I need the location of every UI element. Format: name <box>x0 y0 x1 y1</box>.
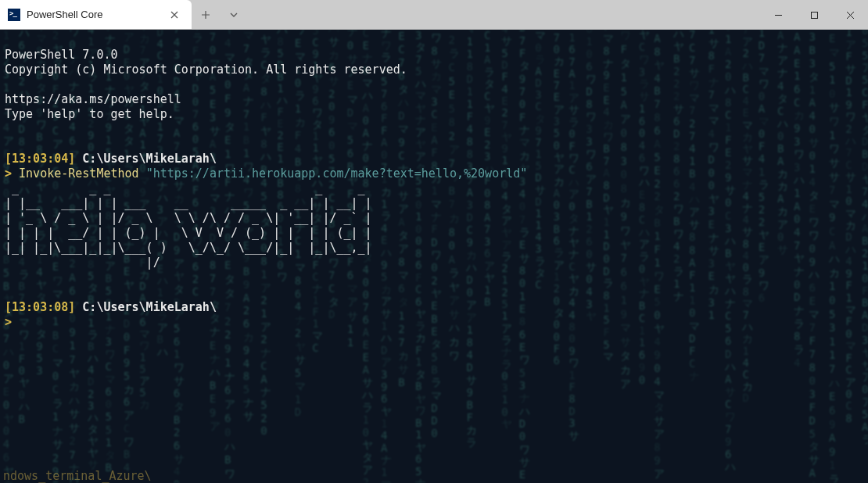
banner-copyright: Copyright (c) Microsoft Corporation. All… <box>5 63 407 77</box>
terminal-output: PowerShell 7.0.0 Copyright (c) Microsoft… <box>0 30 868 333</box>
prompt-arrow-2: > <box>5 315 12 329</box>
tab-dropdown-button[interactable] <box>220 0 248 29</box>
command-name: Invoke-RestMethod <box>19 166 146 181</box>
close-window-button[interactable] <box>832 0 868 30</box>
banner-help: Type 'help' to get help. <box>5 107 174 121</box>
powershell-icon <box>8 9 20 21</box>
close-tab-button[interactable] <box>163 4 185 26</box>
terminal-tab[interactable]: PowerShell Core <box>0 0 192 29</box>
footer-path-hint: ndows_terminal_Azure\ <box>0 469 152 483</box>
window-titlebar: PowerShell Core <box>0 0 868 30</box>
prompt-time-1: [13:03:04] <box>5 152 75 166</box>
svg-rect-0 <box>811 12 817 18</box>
tab-title: PowerShell Core <box>27 9 157 20</box>
titlebar-drag-region[interactable] <box>248 0 760 29</box>
prompt-path-1: C:\Users\MikeLarah\ <box>75 152 217 166</box>
prompt-path-2: C:\Users\MikeLarah\ <box>75 300 217 314</box>
prompt-arrow-1: > <box>5 166 19 181</box>
window-controls <box>760 0 868 29</box>
minimize-button[interactable] <box>760 0 796 30</box>
maximize-button[interactable] <box>796 0 832 30</box>
ascii-art-output: _ _ _ _ _ | |__ ___| | | ___ __ _____ _ … <box>5 181 372 270</box>
banner-version: PowerShell 7.0.0 <box>5 48 118 62</box>
banner-url: https://aka.ms/powershell <box>5 92 181 106</box>
terminal-viewport[interactable]: ヤ 5 6 1 C 2 3 1 タ ヤ 4 ア F 9 8 0 E D 1 C … <box>0 30 868 483</box>
command-arg: "https://artii.herokuapp.com/make?text=h… <box>146 166 528 181</box>
prompt-time-2: [13:03:08] <box>5 300 75 314</box>
new-tab-button[interactable] <box>192 0 220 29</box>
